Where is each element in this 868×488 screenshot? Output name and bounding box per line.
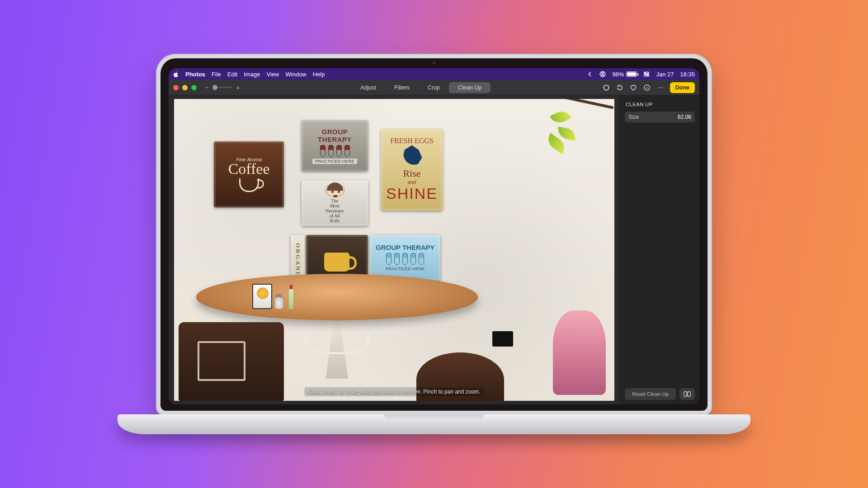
info-icon[interactable]	[643, 84, 651, 92]
close-window-button[interactable]	[173, 85, 179, 90]
traffic-lights	[173, 85, 197, 90]
laptop-bezel: Photos File Edit Image View Window Help …	[160, 58, 708, 411]
photo-chair-left	[179, 322, 284, 401]
battery-icon	[626, 71, 637, 77]
window-titlebar: − + Adjust Filters Crop Clean Up	[169, 80, 699, 95]
rotate-icon[interactable]	[616, 84, 624, 92]
zoom-slider[interactable]: − +	[205, 84, 240, 91]
svg-point-4	[645, 72, 646, 73]
sign-eggs-shine: SHINE	[386, 185, 438, 202]
photo-sign-group-therapy-2: GROUP THERAPY PRACTICED HERE	[370, 235, 440, 280]
macos-menubar: Photos File Edit Image View Window Help …	[169, 68, 699, 80]
woman-face-icon	[326, 183, 344, 197]
svg-rect-3	[644, 75, 649, 76]
canvas-area: Fine Aroma Coffee GROUP THERAPY PRACTICE…	[169, 95, 620, 404]
photo-sign-evils: The Most Necessary of All Evils	[302, 180, 368, 225]
workspace: Fine Aroma Coffee GROUP THERAPY PRACTICE…	[169, 95, 699, 404]
menu-edit[interactable]: Edit	[227, 71, 237, 78]
user-account-icon[interactable]	[599, 71, 606, 77]
photo-leaves	[534, 111, 588, 156]
sign-evils-text: The Most Necessary of All Evils	[326, 198, 344, 223]
tab-clean-up[interactable]: Clean Up	[449, 82, 491, 93]
zoom-in-icon[interactable]: +	[236, 84, 240, 91]
photo-menu-card	[252, 284, 272, 309]
menu-file[interactable]: File	[212, 71, 221, 78]
photo-canvas[interactable]: Fine Aroma Coffee GROUP THERAPY PRACTICE…	[174, 99, 614, 401]
sign-coffee-main: Coffee	[228, 162, 270, 176]
sign-eggs-and: and	[408, 179, 416, 185]
brush-size-row[interactable]: Size 62.06	[625, 112, 695, 122]
tab-filters[interactable]: Filters	[385, 82, 419, 93]
svg-point-1	[602, 72, 604, 74]
mug-icon	[324, 253, 349, 272]
menu-window[interactable]: Window	[286, 71, 307, 78]
wine-glasses-icon-2	[386, 253, 424, 265]
menu-image[interactable]: Image	[244, 71, 260, 78]
svg-rect-12	[688, 392, 690, 397]
menubar-date[interactable]: Jan 27	[656, 71, 674, 78]
rooster-icon	[401, 145, 423, 168]
sign-gt-sub: PRACTICED HERE	[312, 159, 357, 164]
fullscreen-window-button[interactable]	[191, 85, 197, 90]
menubar-app-name[interactable]: Photos	[185, 71, 205, 78]
cleanup-panel: CLEAN UP Size 62.06 Reset Clean Up	[620, 95, 699, 404]
tab-crop[interactable]: Crop	[419, 82, 449, 93]
compare-original-button[interactable]	[679, 388, 695, 400]
laptop-lid: Photos File Edit Image View Window Help …	[156, 54, 712, 415]
photo-tabletop	[196, 274, 478, 320]
coffee-cup-icon	[239, 178, 259, 192]
control-center-icon[interactable]	[643, 71, 650, 77]
more-icon[interactable]	[656, 84, 665, 92]
titlebar-tools: Done	[602, 82, 695, 93]
photo-hot-sauce	[289, 289, 293, 309]
chevron-left-icon[interactable]	[587, 71, 593, 77]
svg-point-9	[660, 87, 661, 88]
edit-mode-tabs: Adjust Filters Crop Clean Up	[245, 82, 598, 93]
menubar-time[interactable]: 16:35	[680, 71, 695, 78]
photo-sign-fresh-eggs: FRESH EGGS Rise and SHINE	[381, 129, 443, 211]
photo-sign-group-therapy: GROUP THERAPY PRACTICED HERE	[302, 120, 368, 172]
sign-gt-title: GROUP THERAPY	[304, 128, 365, 143]
tab-adjust[interactable]: Adjust	[351, 82, 385, 93]
camera-dot	[432, 61, 436, 65]
menubar-right: 98% Jan 27 16:35	[587, 71, 695, 78]
apple-menu-icon[interactable]	[173, 71, 179, 77]
zoom-out-icon[interactable]: −	[205, 84, 209, 91]
photo-sign-coffee: Fine Aroma Coffee	[214, 141, 284, 208]
reset-cleanup-button[interactable]: Reset Clean Up	[625, 388, 676, 400]
laptop-hinge-notch	[384, 414, 484, 421]
laptop-base	[118, 414, 750, 434]
photo-chair-pink	[553, 310, 606, 395]
svg-point-5	[647, 75, 648, 76]
sign-gt2-sub: PRACTICED HERE	[386, 267, 425, 271]
brush-size-value: 62.06	[678, 114, 691, 120]
zoom-thumb[interactable]	[212, 85, 217, 90]
menu-help[interactable]: Help	[313, 71, 325, 78]
wine-glasses-icon	[320, 145, 350, 157]
panel-footer: Reset Clean Up	[625, 388, 695, 400]
brush-size-label: Size	[628, 114, 639, 120]
zoom-track[interactable]	[212, 87, 232, 88]
auto-enhance-icon[interactable]	[602, 84, 610, 92]
photo-salt-shaker	[275, 297, 283, 309]
photos-window: − + Adjust Filters Crop Clean Up	[169, 80, 699, 404]
minimize-window-button[interactable]	[182, 85, 188, 90]
svg-rect-11	[684, 392, 687, 397]
menu-view[interactable]: View	[267, 71, 279, 78]
battery-percent: 98%	[612, 71, 624, 78]
screen: Photos File Edit Image View Window Help …	[169, 68, 699, 404]
sign-eggs-top: FRESH EGGS	[390, 137, 434, 145]
display-notch	[393, 58, 475, 66]
battery-status[interactable]: 98%	[612, 71, 637, 78]
panel-title: CLEAN UP	[626, 102, 694, 107]
svg-point-10	[662, 87, 663, 88]
done-button[interactable]: Done	[670, 82, 695, 93]
sign-gt2-title: GROUP THERAPY	[376, 244, 435, 251]
photo-table-scroll	[303, 333, 371, 354]
menubar-left: Photos File Edit Image View Window Help	[173, 71, 325, 78]
favorite-heart-icon[interactable]	[629, 84, 637, 92]
svg-rect-2	[644, 72, 649, 74]
photo-wall-outlet	[492, 331, 513, 347]
laptop-mockup: Photos File Edit Image View Window Help …	[156, 54, 712, 434]
cleanup-hint-text: Click, brush, or circle what you want to…	[305, 387, 484, 396]
